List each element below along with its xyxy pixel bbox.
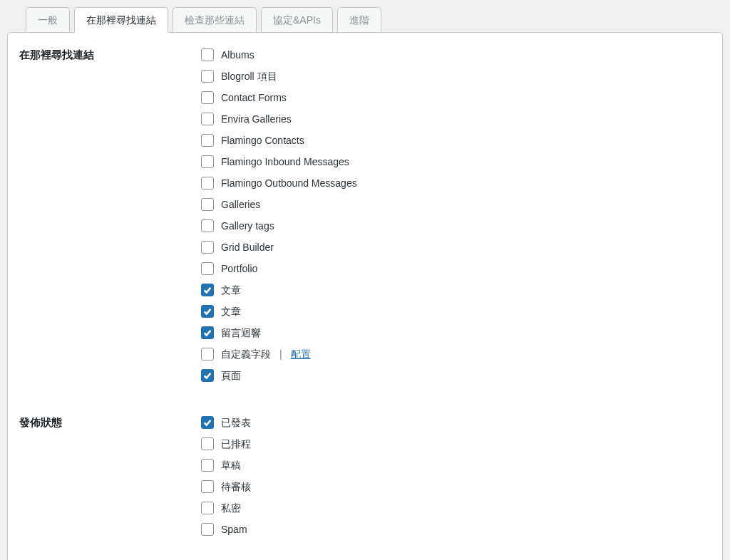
tab-bar: 一般 在那裡尋找連結 檢查那些連結 協定&APIs 進階 (7, 7, 723, 33)
list-item: Contact Forms (201, 91, 357, 104)
list-item: 已發表 (201, 416, 251, 429)
list-item: Grid Builder (201, 241, 357, 254)
section-title: 發佈狀態 (19, 416, 201, 430)
list-item: 頁面 (201, 369, 357, 382)
tab-where-to-find-links[interactable]: 在那裡尋找連結 (74, 7, 168, 33)
option-label: 自定義字段 (221, 349, 271, 359)
list-item: 文章 (201, 284, 357, 296)
checkbox[interactable] (201, 305, 214, 318)
checkbox[interactable] (201, 198, 214, 211)
checkbox[interactable] (201, 502, 214, 514)
checkbox[interactable] (201, 219, 214, 232)
option-label: Flamingo Contacts (221, 135, 304, 145)
list-item: Blogroll 項目 (201, 70, 357, 83)
checkbox[interactable] (201, 91, 214, 104)
list-item: Flamingo Contacts (201, 134, 357, 147)
section-title: 在那裡尋找連結 (19, 48, 201, 62)
checkbox[interactable] (201, 437, 214, 450)
option-label: Envira Galleries (221, 114, 292, 124)
tab-general[interactable]: 一般 (26, 7, 70, 33)
separator: | (279, 349, 282, 359)
option-label: Flamingo Inbound Messages (221, 157, 349, 167)
checkbox[interactable] (201, 70, 214, 83)
checkbox[interactable] (201, 113, 214, 125)
list-item: 文章 (201, 305, 357, 318)
list-item: Portfolio (201, 262, 357, 275)
checkbox[interactable] (201, 416, 214, 429)
tab-advanced[interactable]: 進階 (337, 7, 381, 33)
checkbox[interactable] (201, 48, 214, 61)
checkbox[interactable] (201, 459, 214, 472)
settings-panel: 在那裡尋找連結 AlbumsBlogroll 項目Contact FormsEn… (7, 32, 723, 560)
list-item: Flamingo Outbound Messages (201, 177, 357, 190)
checkbox[interactable] (201, 480, 214, 493)
list-item: 草稿 (201, 459, 251, 472)
list-item: 待審核 (201, 480, 251, 493)
checkbox[interactable] (201, 134, 214, 147)
option-label: Portfolio (221, 264, 257, 274)
checkbox[interactable] (201, 284, 214, 296)
list-item: Spam (201, 523, 251, 536)
option-label: 留言迴響 (221, 328, 261, 338)
checkbox[interactable] (201, 369, 214, 382)
checkbox[interactable] (201, 348, 214, 361)
list-item: 私密 (201, 502, 251, 514)
list-item: Flamingo Inbound Messages (201, 155, 357, 168)
option-label: 已發表 (221, 418, 251, 427)
option-label: Blogroll 項目 (221, 71, 277, 81)
section-where-to-find-links: 在那裡尋找連結 AlbumsBlogroll 項目Contact FormsEn… (19, 48, 711, 382)
option-label: 待審核 (221, 482, 251, 492)
option-label: 文章 (221, 285, 241, 295)
list-item: 自定義字段|配置 (201, 348, 357, 361)
options-list: AlbumsBlogroll 項目Contact FormsEnvira Gal… (201, 48, 357, 382)
option-label: Gallery tags (221, 221, 274, 231)
list-item: Albums (201, 48, 357, 61)
checkbox[interactable] (201, 155, 214, 168)
list-item: Galleries (201, 198, 357, 211)
checkbox[interactable] (201, 241, 214, 254)
section-publish-status: 發佈狀態 已發表已排程草稿待審核私密Spam (19, 416, 711, 536)
checkbox[interactable] (201, 523, 214, 536)
list-item: 已排程 (201, 437, 251, 450)
options-list: 已發表已排程草稿待審核私密Spam (201, 416, 251, 536)
option-label: 已排程 (221, 439, 251, 449)
option-label: Galleries (221, 199, 260, 209)
option-label: 文章 (221, 306, 241, 316)
list-item: Envira Galleries (201, 113, 357, 125)
option-label: 頁面 (221, 370, 241, 380)
configure-link[interactable]: 配置 (291, 349, 311, 359)
list-item: 留言迴響 (201, 326, 357, 339)
tab-protocols-apis[interactable]: 協定&APIs (261, 7, 333, 33)
option-label: Albums (221, 50, 255, 60)
checkbox[interactable] (201, 326, 214, 339)
option-label: Contact Forms (221, 93, 287, 103)
tab-check-links[interactable]: 檢查那些連結 (173, 7, 257, 33)
option-label: 草稿 (221, 460, 241, 470)
checkbox[interactable] (201, 262, 214, 275)
option-label: Grid Builder (221, 242, 274, 252)
checkbox[interactable] (201, 177, 214, 190)
list-item: Gallery tags (201, 219, 357, 232)
option-label: Spam (221, 524, 247, 534)
option-label: Flamingo Outbound Messages (221, 178, 357, 188)
option-label: 私密 (221, 503, 241, 513)
